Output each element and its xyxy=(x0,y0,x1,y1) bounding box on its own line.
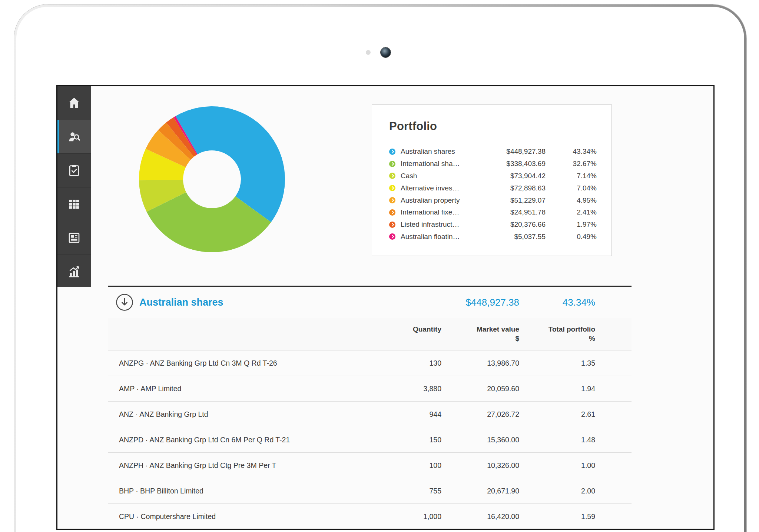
table-row[interactable]: AMP · AMP Limited3,88020,059.601.94 xyxy=(108,376,632,402)
legend-bullet-icon xyxy=(389,173,395,179)
legend-label: Australian property xyxy=(401,196,475,205)
holding-quantity: 944 xyxy=(367,410,441,419)
section-total-percent: 43.34% xyxy=(519,297,595,308)
legend-percent: 4.95% xyxy=(546,196,597,205)
legend-row[interactable]: Australian property$51,229.074.95% xyxy=(389,194,597,206)
newspaper-icon xyxy=(67,231,81,245)
holdings-table: ANZPG · ANZ Banking Grp Ltd Cn 3M Q Rd T… xyxy=(108,350,632,529)
legend-bullet-icon xyxy=(389,222,395,228)
section-title-cell: Australian shares xyxy=(116,293,367,311)
legend-row[interactable]: Australian floatin…$5,037.550.49% xyxy=(389,231,597,243)
holding-total-percent: 1.35 xyxy=(519,359,595,368)
legend-percent: 2.41% xyxy=(546,208,597,216)
clipboard-check-icon xyxy=(67,163,81,177)
holding-total-percent: 1.94 xyxy=(519,385,595,393)
holding-name: CPU · Computershare Limited xyxy=(119,512,367,521)
home-icon xyxy=(67,96,81,110)
table-row[interactable]: ANZPH · ANZ Banking Grp Ltd Ctg Pre 3M P… xyxy=(108,453,632,478)
holding-quantity: 3,880 xyxy=(367,385,441,393)
table-row[interactable]: ANZPG · ANZ Banking Grp Ltd Cn 3M Q Rd T… xyxy=(108,350,632,376)
portfolio-panel: Portfolio Australian shares$448,927.3843… xyxy=(372,104,612,256)
holding-name: ANZ · ANZ Banking Grp Ltd xyxy=(119,410,367,419)
holding-market-value: 15,360.00 xyxy=(441,436,519,444)
header-spacer xyxy=(119,318,367,325)
collapse-section-button[interactable] xyxy=(116,293,133,311)
legend-value: $24,951.78 xyxy=(475,208,546,216)
section-total-value: $448,927.38 xyxy=(441,297,519,308)
table-header-row: Quantity Market value $ Total portfolio … xyxy=(108,318,632,350)
section-title[interactable]: Australian shares xyxy=(139,297,223,308)
holding-total-percent: 1.00 xyxy=(519,461,595,470)
legend-percent: 0.49% xyxy=(546,233,597,241)
holding-name: BHP · BHP Billiton Limited xyxy=(119,487,367,495)
legend-value: $73,904.42 xyxy=(475,172,546,180)
legend-percent: 32.67% xyxy=(546,160,597,168)
legend-row[interactable]: Alternative inves…$72,898.637.04% xyxy=(389,182,597,194)
legend-percent: 7.14% xyxy=(546,172,597,180)
col-header-market-value: Market value $ xyxy=(441,318,519,343)
legend-label: Listed infrastruct… xyxy=(401,220,475,229)
legend-label: Australian shares xyxy=(401,147,475,156)
holding-market-value: 20,671.90 xyxy=(441,487,519,495)
col-header-quantity: Quantity xyxy=(367,318,441,343)
holding-market-value: 13,986.70 xyxy=(441,359,519,368)
holding-total-percent: 2.00 xyxy=(519,487,595,495)
tablet-device-frame: Portfolio Australian shares$448,927.3843… xyxy=(14,4,746,532)
holding-name: ANZPG · ANZ Banking Grp Ltd Cn 3M Q Rd T… xyxy=(119,359,367,368)
sidebar-item-holdings[interactable] xyxy=(57,187,91,221)
legend-label: Cash xyxy=(401,172,475,180)
legend-label: Australian floatin… xyxy=(401,233,475,241)
legend-value: $5,037.55 xyxy=(475,233,546,241)
table-row[interactable]: BHP · BHP Billiton Limited75520,671.902.… xyxy=(108,478,632,504)
legend-value: $448,927.38 xyxy=(475,147,546,156)
table-row[interactable]: CPU · Computershare Limited1,00016,420.0… xyxy=(108,504,632,529)
holding-name: AMP · AMP Limited xyxy=(119,385,367,393)
holding-total-percent: 2.61 xyxy=(519,410,595,419)
legend-percent: 7.04% xyxy=(546,184,597,192)
legend-label: International fixe… xyxy=(401,208,475,216)
legend-percent: 1.97% xyxy=(546,220,597,229)
holding-total-percent: 1.48 xyxy=(519,436,595,444)
legend-percent: 43.34% xyxy=(546,147,597,156)
portfolio-panel-title: Portfolio xyxy=(389,120,437,133)
sidebar-item-client-search[interactable] xyxy=(57,120,91,153)
legend-row[interactable]: International sha…$338,403.6932.67% xyxy=(389,158,597,170)
table-row[interactable]: ANZ · ANZ Banking Grp Ltd94427,026.722.6… xyxy=(108,402,632,427)
portfolio-donut-chart[interactable] xyxy=(137,105,286,254)
holding-quantity: 100 xyxy=(367,461,441,470)
legend-value: $338,403.69 xyxy=(475,160,546,168)
holding-quantity: 150 xyxy=(367,436,441,444)
legend-row[interactable]: Cash$73,904.427.14% xyxy=(389,170,597,182)
chart-growth-icon xyxy=(67,265,81,279)
person-search-icon xyxy=(67,130,81,144)
asset-class-section-header: Australian shares $448,927.38 43.34% xyxy=(108,287,632,318)
holding-total-percent: 1.59 xyxy=(519,512,595,521)
app-screen: Portfolio Australian shares$448,927.3843… xyxy=(56,85,715,530)
tablet-bezel: Portfolio Australian shares$448,927.3843… xyxy=(16,7,744,532)
portfolio-legend: Australian shares$448,927.3843.34%Intern… xyxy=(389,146,597,243)
holding-market-value: 16,420.00 xyxy=(441,512,519,521)
legend-bullet-icon xyxy=(389,149,395,155)
legend-bullet-icon xyxy=(389,161,395,167)
legend-row[interactable]: Listed infrastruct…$20,376.661.97% xyxy=(389,219,597,231)
legend-row[interactable]: International fixe…$24,951.782.41% xyxy=(389,206,597,219)
legend-bullet-icon xyxy=(389,197,395,203)
sidebar-item-performance[interactable] xyxy=(57,255,91,288)
holding-name: ANZPD · ANZ Banking Grp Ltd Cn 6M Per Q … xyxy=(119,436,367,444)
legend-label: International sha… xyxy=(401,160,475,168)
legend-bullet-icon xyxy=(389,185,395,191)
sidebar-item-news[interactable] xyxy=(57,221,91,255)
table-row[interactable]: ANZPD · ANZ Banking Grp Ltd Cn 6M Per Q … xyxy=(108,427,632,453)
holding-quantity: 130 xyxy=(367,359,441,368)
front-camera-icon xyxy=(381,47,391,57)
legend-value: $51,229.07 xyxy=(475,196,546,205)
holding-market-value: 10,326.00 xyxy=(441,461,519,470)
holding-market-value: 27,026.72 xyxy=(441,410,519,419)
sidebar-item-tasks[interactable] xyxy=(57,153,91,187)
ambient-sensor xyxy=(366,50,371,55)
sidebar-item-home[interactable] xyxy=(57,86,91,120)
legend-bullet-icon xyxy=(389,209,395,216)
legend-value: $72,898.63 xyxy=(475,184,546,192)
legend-row[interactable]: Australian shares$448,927.3843.34% xyxy=(389,146,597,158)
holding-quantity: 1,000 xyxy=(367,512,441,521)
